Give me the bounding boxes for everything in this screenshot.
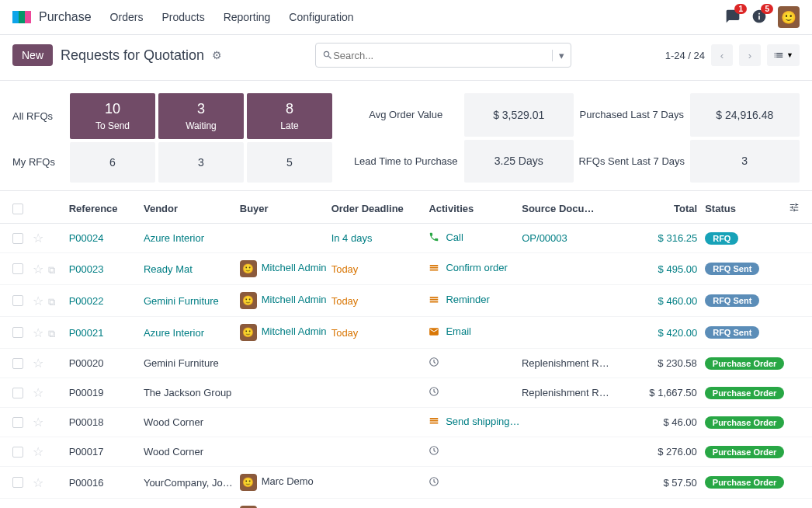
select-all-checkbox[interactable]	[12, 204, 23, 214]
activity-text[interactable]: Confirm order	[446, 262, 507, 273]
pager-next-button[interactable]: ›	[739, 44, 761, 66]
app-name[interactable]: Purchase	[39, 10, 92, 24]
activity-icon[interactable]	[429, 476, 441, 489]
activity-icon[interactable]	[429, 386, 441, 399]
row-checkbox[interactable]	[12, 447, 23, 458]
activity-text[interactable]: Email	[446, 325, 471, 337]
buyer-name[interactable]: Mitchell Admin	[262, 262, 327, 273]
vendor-name[interactable]: Azure Interior	[144, 327, 204, 339]
table-row[interactable]: ☆⧉P00023Ready Mat🙂Mitchell AdminTodayCon…	[0, 253, 812, 285]
total-amount[interactable]: $ 495.00	[630, 263, 705, 275]
nav-reporting[interactable]: Reporting	[224, 11, 271, 23]
col-activities[interactable]: Activities	[429, 203, 522, 214]
activity-icon[interactable]	[429, 445, 441, 458]
nav-configuration[interactable]: Configuration	[289, 11, 353, 23]
vendor-name[interactable]: The Jackson Group	[144, 387, 231, 398]
table-row[interactable]: ☆P00020Gemini FurnitureReplenishment R…$…	[0, 349, 812, 378]
search-input[interactable]	[333, 50, 552, 61]
star-icon[interactable]: ☆	[33, 231, 43, 245]
new-button[interactable]: New	[12, 44, 53, 66]
search-box[interactable]: ▾	[315, 43, 571, 68]
buyer-name[interactable]: Mitchell Admin	[262, 325, 327, 337]
row-checkbox[interactable]	[12, 388, 23, 398]
reference-link[interactable]: P00019	[69, 387, 104, 398]
vendor-name[interactable]: Azure Interior	[144, 232, 204, 244]
activity-icon[interactable]	[429, 263, 441, 276]
vendor-name[interactable]: Wood Corner	[144, 416, 203, 428]
user-avatar[interactable]: 🙂	[778, 6, 800, 28]
column-options-icon[interactable]	[784, 202, 800, 215]
row-checkbox[interactable]	[12, 417, 23, 428]
table-row[interactable]: ☆P00018Wood CornerSend shipping…$ 46.00P…	[0, 408, 812, 437]
col-source[interactable]: Source Docu…	[522, 203, 630, 214]
search-dropdown-icon[interactable]: ▾	[552, 50, 564, 61]
nav-orders[interactable]: Orders	[110, 11, 144, 23]
table-row[interactable]: ☆⧉P00021Azure Interior🙂Mitchell AdminTod…	[0, 317, 812, 349]
star-icon[interactable]: ☆	[33, 294, 43, 308]
star-icon[interactable]: ☆	[33, 263, 43, 276]
clipboard-icon[interactable]: ⧉	[48, 296, 55, 308]
col-reference[interactable]: Reference	[69, 203, 144, 214]
col-total[interactable]: Total	[630, 203, 705, 214]
vendor-name[interactable]: YourCompany, Jo…	[144, 477, 233, 489]
reference-link[interactable]: P00021	[69, 327, 104, 339]
view-switcher[interactable]: ▼	[767, 44, 800, 66]
clipboard-icon[interactable]: ⧉	[48, 264, 55, 276]
vendor-name[interactable]: Gemini Furniture	[144, 357, 219, 369]
activity-icon[interactable]	[429, 416, 441, 429]
col-buyer[interactable]: Buyer	[240, 203, 331, 214]
pager-prev-button[interactable]: ‹	[711, 44, 733, 66]
table-row[interactable]: ☆P00015Ready Mat🙂Mitchell Admin$ 6,596.4…	[0, 499, 812, 508]
reference-link[interactable]: P00023	[69, 263, 104, 275]
total-amount[interactable]: $ 420.00	[630, 327, 705, 339]
reference-link[interactable]: P00020	[69, 357, 104, 369]
reference-link[interactable]: P00016	[69, 477, 104, 489]
order-deadline[interactable]: Today	[331, 295, 359, 307]
card-my-late[interactable]: 5	[247, 142, 332, 183]
nav-products[interactable]: Products	[161, 11, 204, 23]
order-deadline[interactable]: Today	[331, 263, 359, 275]
buyer-name[interactable]: Mitchell Admin	[262, 294, 327, 305]
activity-text[interactable]: Call	[446, 231, 463, 243]
card-waiting[interactable]: 3 Waiting	[158, 93, 244, 139]
card-late[interactable]: 8 Late	[247, 93, 332, 139]
star-icon[interactable]: ☆	[33, 326, 43, 339]
vendor-name[interactable]: Wood Corner	[144, 446, 203, 458]
col-deadline[interactable]: Order Deadline	[331, 203, 429, 214]
row-checkbox[interactable]	[12, 358, 23, 369]
col-status[interactable]: Status	[705, 203, 784, 214]
table-row[interactable]: ☆P00016YourCompany, Jo…🙂Marc Demo$ 57.50…	[0, 467, 812, 499]
vendor-name[interactable]: Ready Mat	[144, 263, 193, 275]
reference-link[interactable]: P00017	[69, 446, 104, 458]
star-icon[interactable]: ☆	[33, 357, 43, 370]
activity-icon[interactable]	[429, 326, 441, 339]
card-my-to-send[interactable]: 6	[70, 142, 155, 183]
col-vendor[interactable]: Vendor	[144, 203, 240, 214]
table-row[interactable]: ☆P00017Wood Corner$ 276.00Purchase Order	[0, 437, 812, 467]
row-checkbox[interactable]	[12, 295, 23, 306]
card-to-send[interactable]: 10 To Send	[70, 93, 155, 139]
activity-icon[interactable]	[429, 294, 441, 308]
star-icon[interactable]: ☆	[33, 445, 43, 458]
row-checkbox[interactable]	[12, 233, 23, 244]
activity-text[interactable]: Send shipping…	[446, 416, 519, 427]
gear-icon[interactable]: ⚙	[212, 49, 222, 61]
row-checkbox[interactable]	[12, 263, 23, 274]
vendor-name[interactable]: Gemini Furniture	[144, 295, 219, 307]
total-amount[interactable]: $ 316.25	[630, 232, 705, 244]
row-checkbox[interactable]	[12, 477, 23, 488]
order-deadline[interactable]: Today	[331, 327, 359, 339]
reference-link[interactable]: P00024	[69, 232, 104, 244]
total-amount[interactable]: $ 460.00	[630, 295, 705, 307]
star-icon[interactable]: ☆	[33, 386, 43, 399]
reference-link[interactable]: P00022	[69, 295, 104, 307]
row-checkbox[interactable]	[12, 327, 23, 338]
clipboard-icon[interactable]: ⧉	[48, 328, 55, 339]
activity-icon[interactable]	[429, 231, 441, 245]
activity-icon[interactable]	[429, 357, 441, 370]
source-document[interactable]: OP/00003	[522, 232, 567, 244]
table-row[interactable]: ☆P00024Azure InteriorIn 4 daysCallOP/000…	[0, 224, 812, 253]
star-icon[interactable]: ☆	[33, 476, 43, 489]
table-row[interactable]: ☆P00019The Jackson GroupReplenishment R……	[0, 378, 812, 408]
card-my-waiting[interactable]: 3	[158, 142, 244, 183]
